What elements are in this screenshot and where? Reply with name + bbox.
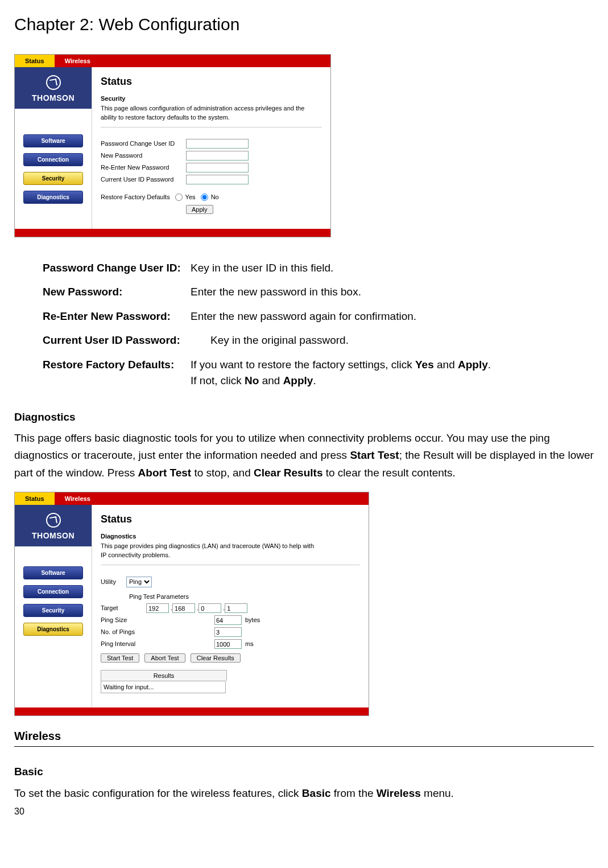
input-curpw[interactable] <box>186 175 249 184</box>
radio-no[interactable] <box>201 194 208 201</box>
sidebar-connection[interactable]: Connection <box>23 153 83 166</box>
def-desc: Key in the original password. <box>210 332 349 349</box>
label-nopings: No. of Pings <box>101 627 214 637</box>
start-test-button[interactable]: Start Test <box>101 653 139 663</box>
label-repw: Re-Enter New Password <box>101 163 186 172</box>
basic-heading: Basic <box>14 764 594 780</box>
label-interval: Ping Interval <box>101 639 214 649</box>
label-utility: Utility <box>101 577 126 587</box>
label-userid: Password Change User ID <box>101 139 186 149</box>
results-box: Waiting for input... <box>101 681 226 693</box>
bottom-bar <box>15 707 369 715</box>
content-desc: This page allows configuration of admini… <box>101 104 317 122</box>
tab-status[interactable]: Status <box>15 55 55 67</box>
sidebar-security[interactable]: Security <box>23 604 83 617</box>
content-desc: This page provides ping diagnostics (LAN… <box>101 541 317 560</box>
def-desc: Key in the user ID in this field. <box>191 260 333 277</box>
input-ip3[interactable] <box>198 603 221 613</box>
wireless-section-header: Wireless <box>14 727 594 747</box>
label-target: Target <box>101 603 146 613</box>
input-interval[interactable] <box>214 639 242 649</box>
radio-yes[interactable] <box>175 194 183 201</box>
brand-logo-icon <box>46 75 61 90</box>
radio-no-label: No <box>211 194 219 200</box>
abort-test-button[interactable]: Abort Test <box>144 653 185 663</box>
sidebar-security[interactable]: Security <box>23 172 83 185</box>
def-term: Current User ID Password: <box>43 332 210 349</box>
input-nopings[interactable] <box>214 627 242 637</box>
unit-bytes: bytes <box>245 615 260 625</box>
select-utility[interactable]: Ping <box>126 577 152 587</box>
security-screenshot: Status Wireless THOMSON Software Connect… <box>14 54 331 237</box>
def-desc: Enter the new password again for confirm… <box>191 308 416 325</box>
label-pingsize: Ping Size <box>101 615 214 625</box>
brand-name: THOMSON <box>15 530 92 542</box>
input-ip4[interactable] <box>225 603 247 613</box>
def-term: Re-Enter New Password: <box>43 308 191 325</box>
def-desc: If you want to restore the factory setti… <box>191 357 491 389</box>
brand-logo: THOMSON <box>15 505 92 546</box>
sidebar-software[interactable]: Software <box>23 134 83 147</box>
input-userid[interactable] <box>186 139 249 149</box>
input-newpw[interactable] <box>186 151 249 161</box>
content-subhead: Security <box>101 94 322 104</box>
clear-results-button[interactable]: Clear Results <box>191 653 241 663</box>
def-term: Restore Factory Defaults: <box>43 357 191 373</box>
diagnostics-screenshot: Status Wireless THOMSON Software Connect… <box>14 492 369 716</box>
bottom-bar <box>15 229 330 237</box>
content-subhead: Diagnostics <box>101 532 360 541</box>
section-title: Ping Test Parameters <box>129 592 360 602</box>
brand-logo: THOMSON <box>15 67 92 109</box>
content-title: Status <box>101 512 360 527</box>
top-tabs: Status Wireless <box>15 492 369 505</box>
label-curpw: Current User ID Password <box>101 175 186 184</box>
def-desc: Enter the new password in this box. <box>191 284 361 301</box>
brand-logo-icon <box>46 513 61 528</box>
sidebar-software[interactable]: Software <box>23 566 83 579</box>
tab-status[interactable]: Status <box>15 492 55 505</box>
chapter-title: Chapter 2: Web Configuration <box>14 11 594 37</box>
basic-paragraph: To set the basic configuration for the w… <box>14 785 594 802</box>
top-tabs: Status Wireless <box>15 55 330 67</box>
def-term: Password Change User ID: <box>43 260 191 277</box>
input-pingsize[interactable] <box>214 615 242 625</box>
input-ip1[interactable] <box>146 603 169 613</box>
results-header: Results <box>101 670 227 681</box>
content-title: Status <box>101 74 322 89</box>
label-restore: Restore Factory Defaults <box>101 194 170 200</box>
brand-name: THOMSON <box>15 92 92 104</box>
tab-wireless[interactable]: Wireless <box>55 492 101 505</box>
diagnostics-paragraph: This page offers basic diagnostic tools … <box>14 430 594 482</box>
sidebar-connection[interactable]: Connection <box>23 585 83 598</box>
page-number: 30 <box>14 805 594 818</box>
input-ip2[interactable] <box>172 603 195 613</box>
diagnostics-heading: Diagnostics <box>14 409 594 426</box>
input-repw[interactable] <box>186 163 249 172</box>
tab-wireless[interactable]: Wireless <box>55 55 101 67</box>
unit-ms: ms <box>245 639 254 649</box>
field-definitions: Password Change User ID: Key in the user… <box>43 260 594 389</box>
sidebar-diagnostics[interactable]: Diagnostics <box>23 191 83 204</box>
radio-yes-label: Yes <box>185 194 196 200</box>
def-term: New Password: <box>43 284 191 301</box>
label-newpw: New Password <box>101 151 186 161</box>
sidebar-diagnostics[interactable]: Diagnostics <box>23 623 83 636</box>
apply-button[interactable]: Apply <box>186 205 213 214</box>
